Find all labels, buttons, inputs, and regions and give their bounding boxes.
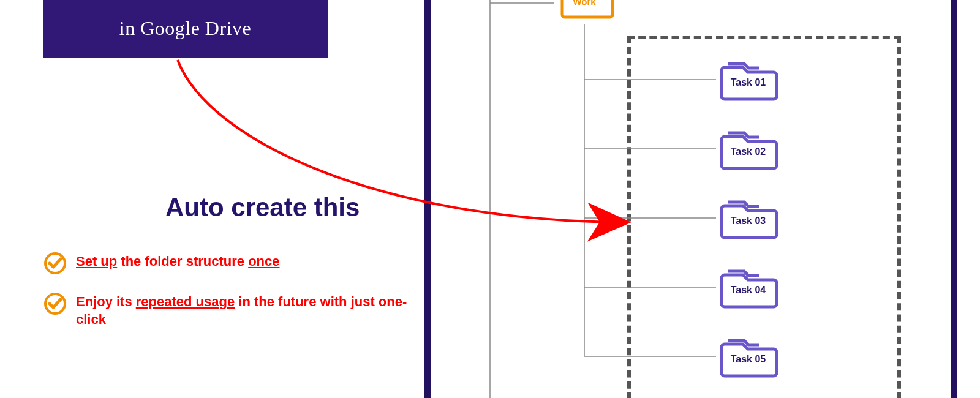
diagram-canvas: in Google Drive Auto create this Set up … [0, 0, 980, 398]
arrow-icon [178, 60, 622, 222]
connectors-overlay [0, 0, 980, 398]
